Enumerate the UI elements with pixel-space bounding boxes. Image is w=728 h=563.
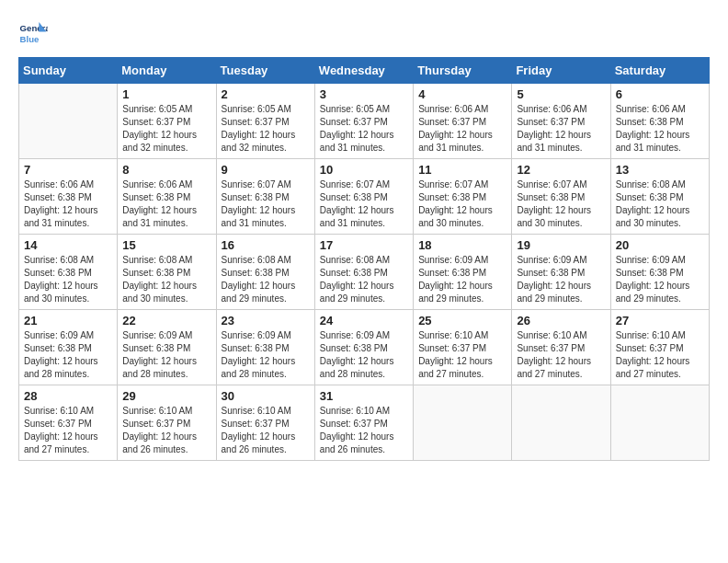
weekday-header-saturday: Saturday <box>610 58 709 84</box>
day-info: Sunrise: 6:09 AMSunset: 6:38 PMDaylight:… <box>616 254 704 305</box>
sunset-text: Sunset: 6:38 PM <box>122 267 210 280</box>
day-number: 23 <box>222 314 310 327</box>
day-info: Sunrise: 6:10 AMSunset: 6:37 PMDaylight:… <box>418 329 506 381</box>
sunrise-text: Sunrise: 6:10 AM <box>517 329 605 342</box>
day-number: 29 <box>122 389 210 403</box>
day-info: Sunrise: 6:08 AMSunset: 6:38 PMDaylight:… <box>616 178 704 230</box>
sunset-text: Sunset: 6:37 PM <box>616 342 704 355</box>
daylight-text: Daylight: 12 hours and 32 minutes. <box>222 129 310 155</box>
calendar-cell: 21Sunrise: 6:09 AMSunset: 6:38 PMDayligh… <box>19 310 118 385</box>
calendar-cell: 4Sunrise: 6:06 AMSunset: 6:37 PMDaylight… <box>414 84 512 159</box>
weekday-header-sunday: Sunday <box>19 58 118 84</box>
sunset-text: Sunset: 6:37 PM <box>320 418 408 431</box>
daylight-text: Daylight: 12 hours and 31 minutes. <box>418 129 506 155</box>
sunset-text: Sunset: 6:37 PM <box>24 418 112 431</box>
sunrise-text: Sunrise: 6:08 AM <box>616 178 704 191</box>
sunrise-text: Sunrise: 6:10 AM <box>122 405 210 418</box>
sunset-text: Sunset: 6:38 PM <box>616 267 704 280</box>
day-number: 18 <box>418 238 506 252</box>
day-info: Sunrise: 6:07 AMSunset: 6:38 PMDaylight:… <box>320 178 408 230</box>
sunset-text: Sunset: 6:38 PM <box>24 191 112 204</box>
calendar-cell: 25Sunrise: 6:10 AMSunset: 6:37 PMDayligh… <box>414 310 512 385</box>
weekday-header-friday: Friday <box>512 58 610 84</box>
calendar-cell: 11Sunrise: 6:07 AMSunset: 6:38 PMDayligh… <box>414 159 512 235</box>
daylight-text: Daylight: 12 hours and 26 minutes. <box>122 431 210 456</box>
daylight-text: Daylight: 12 hours and 30 minutes. <box>517 204 605 230</box>
sunset-text: Sunset: 6:37 PM <box>320 116 408 129</box>
sunrise-text: Sunrise: 6:10 AM <box>320 405 408 418</box>
day-info: Sunrise: 6:09 AMSunset: 6:38 PMDaylight:… <box>418 254 506 305</box>
sunset-text: Sunset: 6:37 PM <box>122 418 210 431</box>
day-number: 19 <box>517 238 605 252</box>
sunrise-text: Sunrise: 6:07 AM <box>222 178 310 191</box>
sunrise-text: Sunrise: 6:08 AM <box>222 254 310 267</box>
sunset-text: Sunset: 6:38 PM <box>222 267 310 280</box>
daylight-text: Daylight: 12 hours and 29 minutes. <box>418 280 506 305</box>
sunset-text: Sunset: 6:38 PM <box>320 342 408 355</box>
day-number: 15 <box>122 238 210 252</box>
sunset-text: Sunset: 6:38 PM <box>616 191 704 204</box>
sunrise-text: Sunrise: 6:09 AM <box>320 329 408 342</box>
sunrise-text: Sunrise: 6:08 AM <box>24 254 112 267</box>
day-info: Sunrise: 6:10 AMSunset: 6:37 PMDaylight:… <box>616 329 704 381</box>
day-info: Sunrise: 6:09 AMSunset: 6:38 PMDaylight:… <box>24 329 112 381</box>
calendar-cell <box>512 385 610 461</box>
sunrise-text: Sunrise: 6:09 AM <box>616 254 704 267</box>
sunset-text: Sunset: 6:38 PM <box>320 191 408 204</box>
day-info: Sunrise: 6:09 AMSunset: 6:38 PMDaylight:… <box>122 329 210 381</box>
sunrise-text: Sunrise: 6:09 AM <box>517 254 605 267</box>
calendar-cell: 28Sunrise: 6:10 AMSunset: 6:37 PMDayligh… <box>19 385 118 461</box>
calendar-cell: 23Sunrise: 6:09 AMSunset: 6:38 PMDayligh… <box>216 310 314 385</box>
day-number: 13 <box>616 163 704 177</box>
calendar-cell: 31Sunrise: 6:10 AMSunset: 6:37 PMDayligh… <box>314 385 413 461</box>
daylight-text: Daylight: 12 hours and 29 minutes. <box>616 280 704 305</box>
day-number: 21 <box>24 314 112 327</box>
sunset-text: Sunset: 6:37 PM <box>418 116 506 129</box>
sunrise-text: Sunrise: 6:09 AM <box>418 254 506 267</box>
sunset-text: Sunset: 6:38 PM <box>517 267 605 280</box>
calendar-cell: 22Sunrise: 6:09 AMSunset: 6:38 PMDayligh… <box>118 310 216 385</box>
sunrise-text: Sunrise: 6:09 AM <box>222 329 310 342</box>
day-info: Sunrise: 6:08 AMSunset: 6:38 PMDaylight:… <box>222 254 310 305</box>
daylight-text: Daylight: 12 hours and 31 minutes. <box>122 204 210 230</box>
day-number: 9 <box>222 163 310 177</box>
daylight-text: Daylight: 12 hours and 29 minutes. <box>517 280 605 305</box>
calendar-week-1: 1Sunrise: 6:05 AMSunset: 6:37 PMDaylight… <box>19 84 710 159</box>
calendar-cell: 20Sunrise: 6:09 AMSunset: 6:38 PMDayligh… <box>610 235 709 310</box>
day-info: Sunrise: 6:09 AMSunset: 6:38 PMDaylight:… <box>517 254 605 305</box>
sunset-text: Sunset: 6:38 PM <box>122 342 210 355</box>
calendar-cell <box>610 385 709 461</box>
daylight-text: Daylight: 12 hours and 31 minutes. <box>320 129 408 155</box>
sunset-text: Sunset: 6:38 PM <box>24 267 112 280</box>
daylight-text: Daylight: 12 hours and 28 minutes. <box>320 355 408 381</box>
calendar-cell: 14Sunrise: 6:08 AMSunset: 6:38 PMDayligh… <box>19 235 118 310</box>
day-number: 16 <box>222 238 310 252</box>
sunrise-text: Sunrise: 6:08 AM <box>122 254 210 267</box>
day-number: 31 <box>320 389 408 403</box>
sunset-text: Sunset: 6:38 PM <box>616 116 704 129</box>
logo: GeneralBlue <box>18 18 48 48</box>
calendar-cell: 3Sunrise: 6:05 AMSunset: 6:37 PMDaylight… <box>314 84 413 159</box>
day-info: Sunrise: 6:10 AMSunset: 6:37 PMDaylight:… <box>24 405 112 456</box>
daylight-text: Daylight: 12 hours and 27 minutes. <box>517 355 605 381</box>
sunset-text: Sunset: 6:37 PM <box>222 418 310 431</box>
day-number: 30 <box>222 389 310 403</box>
day-number: 28 <box>24 389 112 403</box>
sunrise-text: Sunrise: 6:07 AM <box>320 178 408 191</box>
calendar-cell <box>414 385 512 461</box>
day-number: 22 <box>122 314 210 327</box>
calendar-cell: 16Sunrise: 6:08 AMSunset: 6:38 PMDayligh… <box>216 235 314 310</box>
day-number: 12 <box>517 163 605 177</box>
sunrise-text: Sunrise: 6:10 AM <box>418 329 506 342</box>
weekday-header-thursday: Thursday <box>414 58 512 84</box>
sunrise-text: Sunrise: 6:07 AM <box>418 178 506 191</box>
daylight-text: Daylight: 12 hours and 31 minutes. <box>24 204 112 230</box>
sunset-text: Sunset: 6:38 PM <box>222 191 310 204</box>
sunset-text: Sunset: 6:38 PM <box>222 342 310 355</box>
day-number: 5 <box>517 87 605 101</box>
weekday-header-monday: Monday <box>118 58 216 84</box>
day-number: 3 <box>320 87 408 101</box>
day-number: 4 <box>418 87 506 101</box>
day-number: 25 <box>418 314 506 327</box>
calendar-cell: 2Sunrise: 6:05 AMSunset: 6:37 PMDaylight… <box>216 84 314 159</box>
